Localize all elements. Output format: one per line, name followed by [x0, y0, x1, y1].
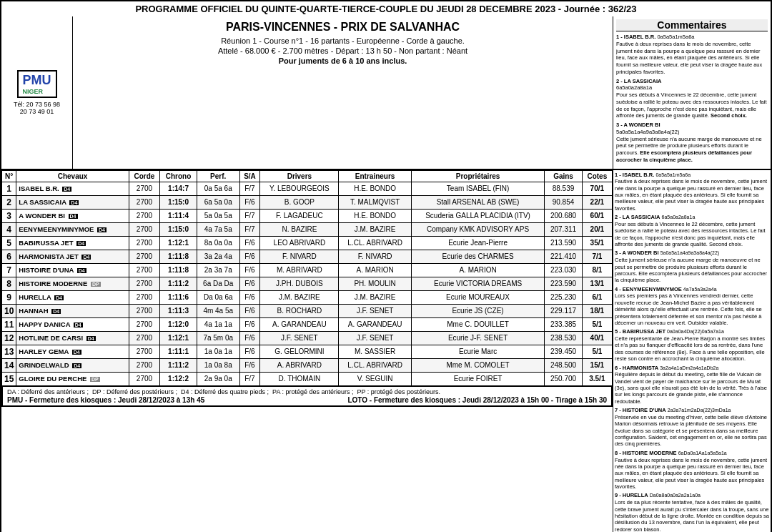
legend-da: DA : Déferré des antérieurs ;: [7, 388, 89, 395]
cell-horse: HURELLA D4: [16, 290, 129, 304]
cell-chrono: 1:11:3: [160, 304, 197, 317]
legend-pp: PP : protégé des postérieurs.: [357, 388, 440, 395]
tel1: Tél: 20 73 56 98: [14, 101, 60, 108]
cell-trainer: H.E. BONDO: [339, 209, 411, 222]
race-title: PARIS-VINCENNES - PRIX DE SALVANHAC: [76, 21, 610, 34]
cell-horse: HISTOIRE D'UNA D4: [16, 263, 129, 277]
table-row: 1 ISABEL B.R. D4 2700 1:14:7 0a 5a 6a F/…: [2, 182, 613, 195]
cell-sa: F/6: [239, 250, 260, 263]
cell-driver: F. LAGADEUC: [260, 209, 339, 222]
cell-owner: Ecurie VICTORIA DREAMS: [411, 277, 545, 290]
cell-cotes: 3.5/1: [582, 372, 612, 385]
col-num: N°: [2, 170, 16, 182]
main-content: N° Chevaux Corde Chrono Perf. S/A Driver…: [0, 170, 772, 533]
cell-driver: A. ABRIVARD: [260, 358, 339, 372]
race-info-section: PARIS-VINCENNES - PRIX DE SALVANHAC Réun…: [73, 16, 613, 169]
cell-gains: 207.311: [545, 222, 582, 236]
horse-name: HISTOIRE MODERNE: [19, 280, 87, 287]
cell-corde: 2700: [129, 236, 160, 250]
cell-horse: HANNAH D4: [16, 304, 129, 317]
comment-block: 7 - HISTOIRE D'UNA 2a3a7a1m2aDa(22)3mDa1…: [615, 407, 769, 448]
cell-corde: 2700: [129, 372, 160, 385]
race-table-section: N° Chevaux Corde Chrono Perf. S/A Driver…: [1, 170, 613, 533]
cell-gains: 200.680: [545, 209, 582, 222]
cell-owner: A. MARION: [411, 263, 545, 277]
table-row: 11 HAPPY DANICA D4 2700 1:12:0 4a 1a 1a …: [2, 317, 613, 331]
cell-gains: 88.539: [545, 182, 582, 195]
cell-owner: Mme M. COMOLET: [411, 358, 545, 372]
legend-pa: PA : protégé des antérieurs ;: [272, 388, 353, 395]
horse-badge: D4: [86, 336, 96, 341]
comment-block: 6 - HARMONISTA 3a2a4a1aDm2a4a1aDb2aRégul…: [615, 365, 769, 405]
cell-num: 9: [2, 290, 16, 304]
cell-gains: 239.450: [545, 345, 582, 358]
table-row: 9 HURELLA D4 2700 1:11:6 Da 0a 6a F/6 J.…: [2, 290, 613, 304]
cell-cotes: 5/1: [582, 345, 612, 358]
cell-driver: LEO ABRIVARD: [260, 236, 339, 250]
col-chevaux: Chevaux: [16, 170, 129, 182]
cell-gains: 238.530: [545, 331, 582, 345]
cell-owner: Ecurie MOUREAUX: [411, 290, 545, 304]
cell-horse: HISTOIRE MODERNE DP: [16, 277, 129, 290]
horse-badge: D4: [77, 268, 86, 273]
horse-name: GRINDELWALD: [19, 361, 69, 369]
col-gains: Gains: [545, 170, 582, 182]
cell-driver: J.PH. DUBOIS: [260, 277, 339, 290]
horse-name: HARLEY GEMA: [19, 348, 69, 355]
cell-corde: 2700: [129, 277, 160, 290]
cell-perf: 0a 5a 6a: [197, 182, 239, 195]
cell-driver: B. ROCHARD: [260, 304, 339, 317]
horse-badge: D4: [81, 255, 91, 260]
cell-corde: 2700: [129, 195, 160, 209]
footer-legend: DA : Déferré des antérieurs ; DP : Défer…: [7, 388, 607, 395]
race-line2: Attelé - 68.000 € - 2.700 mètres - Dépar…: [76, 46, 610, 55]
cell-owner: Ecurie FOIRET: [411, 372, 545, 385]
main-header: PROGRAMME OFFICIEL DU QUINTE-QUARTE-TIER…: [0, 0, 772, 170]
cell-trainer: L.CL. ABRIVARD: [339, 236, 411, 250]
cell-horse: GRINDELWALD D4: [16, 358, 129, 372]
cell-num: 1: [2, 182, 16, 195]
cell-trainer: J.F. SENET: [339, 331, 411, 345]
cell-num: 14: [2, 358, 16, 372]
cell-corde: 2700: [129, 358, 160, 372]
horse-badge: D4: [54, 295, 64, 300]
footer-area: DA : Déferré des antérieurs ; DP : Défer…: [1, 386, 613, 407]
cell-trainer: A. MARION: [339, 263, 411, 277]
horse-name: BABIRUSSA JET: [19, 239, 73, 247]
cell-sa: F/6: [239, 331, 260, 345]
comments-container: 1 - ISABEL B.R. 0a5a5a1m5a6aFautive à de…: [615, 172, 769, 533]
horse-badge: DP: [91, 282, 101, 287]
cell-cotes: 40/1: [582, 331, 612, 345]
cell-trainer: J.M. BAZIRE: [339, 290, 411, 304]
table-row: 8 HISTOIRE MODERNE DP 2700 1:11:2 6a Da …: [2, 277, 613, 290]
horse-name: A WONDER BI: [19, 212, 65, 220]
cell-driver: A. GARANDEAU: [260, 317, 339, 331]
cell-cotes: 7/1: [582, 250, 612, 263]
cell-chrono: 1:12:2: [160, 372, 197, 385]
comment-block: 5 - BABIRUSSA JET 0a0a0a4Da(22)0a5a7a1aC…: [615, 328, 769, 362]
col-chrono: Chrono: [160, 170, 197, 182]
horse-name: GLOIRE DU PERCHE: [19, 375, 86, 383]
cell-driver: Y. LEBOURGEOIS: [260, 182, 339, 195]
cell-gains: 225.230: [545, 290, 582, 304]
commentaires-header: Commentaires: [616, 19, 768, 31]
horse-badge: D4: [62, 187, 71, 192]
cell-trainer: V. SEGUIN: [339, 372, 411, 385]
cell-chrono: 1:11:6: [160, 290, 197, 304]
cell-corde: 2700: [129, 290, 160, 304]
cell-driver: B. GOOP: [260, 195, 339, 209]
cell-cotes: 6/1: [582, 290, 612, 304]
cell-trainer: T. MALMQVIST: [339, 195, 411, 209]
cell-perf: 7a 5m 0a: [197, 331, 239, 345]
cell-driver: M. ABRIVARD: [260, 263, 339, 277]
cell-gains: 250.700: [545, 372, 582, 385]
cell-num: 2: [2, 195, 16, 209]
cell-horse: LA SASSICAIA D4: [16, 195, 129, 209]
col-proprietaires: Propriétaires: [411, 170, 545, 182]
header-title: PROGRAMME OFFICIEL DU QUINTE-QUARTE-TIER…: [135, 4, 636, 14]
col-drivers: Drivers: [260, 170, 339, 182]
comment-preview-2: 2 - LA SASSICAIA 6a5a0a2a8a1a Pour ses d…: [616, 78, 768, 120]
cell-gains: 223.590: [545, 277, 582, 290]
comment-preview-3: 3 - A WONDER BI 5a0a5a1a4a9a3a8a4a(22) C…: [616, 122, 768, 164]
cell-num: 4: [2, 222, 16, 236]
